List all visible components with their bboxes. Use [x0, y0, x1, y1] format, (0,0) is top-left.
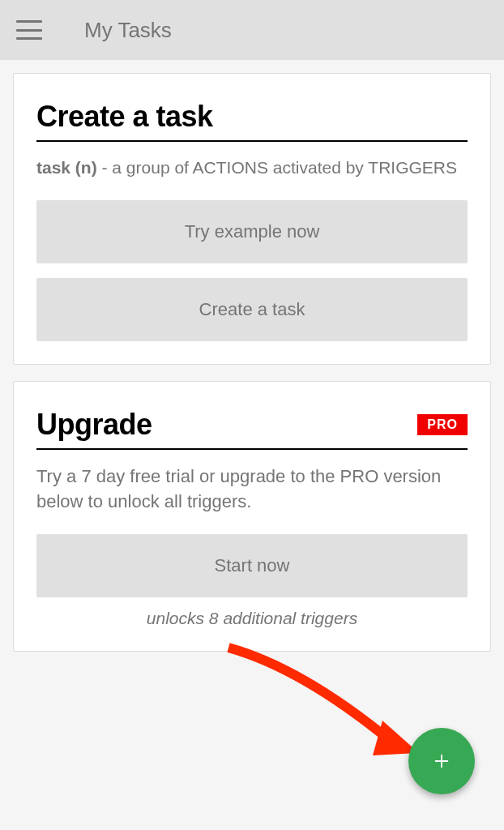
- def-body: a group of ACTIONS activated by TRIGGERS: [112, 158, 457, 177]
- create-task-button[interactable]: Create a task: [36, 278, 468, 341]
- add-fab-button[interactable]: [408, 728, 475, 794]
- menu-icon[interactable]: [16, 20, 42, 40]
- def-term: task (n): [36, 158, 97, 177]
- app-bar: My Tasks: [0, 0, 504, 60]
- try-example-button[interactable]: Try example now: [36, 200, 468, 263]
- def-sep: -: [97, 158, 108, 177]
- upgrade-description: Try a 7 day free trial or upgrade to the…: [36, 464, 468, 515]
- main-content: Create a task task (n) - a group of ACTI…: [0, 60, 504, 681]
- task-definition: task (n) - a group of ACTIONS activated …: [36, 156, 468, 179]
- start-now-button[interactable]: Start now: [36, 534, 468, 597]
- card-title: Create a task: [36, 100, 213, 134]
- upgrade-subtext: unlocks 8 additional triggers: [36, 609, 468, 628]
- upgrade-card: Upgrade PRO Try a 7 day free trial or up…: [13, 381, 491, 652]
- pro-badge: PRO: [417, 414, 468, 435]
- card-header: Create a task: [36, 100, 468, 142]
- page-title: My Tasks: [84, 18, 172, 43]
- card-title: Upgrade: [36, 408, 152, 442]
- plus-icon: [433, 752, 451, 770]
- card-header: Upgrade PRO: [36, 408, 468, 450]
- create-task-card: Create a task task (n) - a group of ACTI…: [13, 73, 491, 365]
